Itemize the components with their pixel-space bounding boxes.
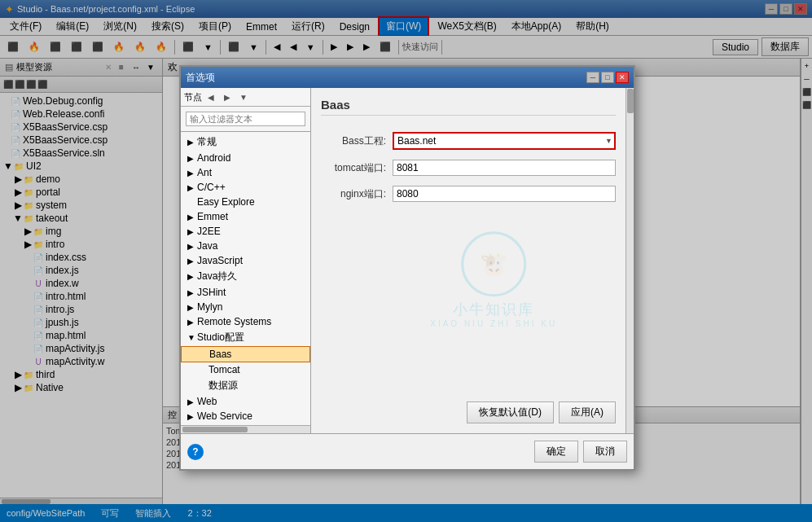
pref-item-datasource[interactable]: ▶ 数据源 [181,377,310,394]
dialog-bottom-bar: ? 确定 取消 [181,433,634,469]
expand-icon-java: ▶ [187,242,197,251]
tomcat-port-label: tomcat端口: [321,161,386,175]
watermark: 🐮 小牛知识库 XIAO NIU ZHI SHI KU [430,231,557,328]
pref-label-general: 常规 [197,135,217,149]
watermark-logo: 🐮 [461,231,526,296]
expand-icon-webservice: ▶ [187,412,197,421]
pref-label-studio: Studio配置 [197,331,244,344]
pref-item-remote[interactable]: ▶ Remote Systems [181,314,310,329]
pref-item-webservice[interactable]: ▶ Web Service [181,409,310,423]
dialog-left-header: 节点 ◀ ▶ ▼ [181,88,310,107]
pref-item-cpp[interactable]: ▶ C/C++ [181,180,310,195]
pref-item-j2ee[interactable]: ▶ J2EE [181,224,310,239]
pref-label-mylyn: Mylyn [197,301,222,313]
pref-label-java: Java [197,240,217,252]
dialog-nav-buttons: ◀ ▶ ▼ [204,90,251,104]
pref-label-webservice: Web Service [197,410,252,422]
expand-icon-remote: ▶ [187,318,197,327]
nav-back-btn[interactable]: ◀ [204,90,218,104]
baas-project-select-wrap: Baas.net [393,132,616,150]
dialog-action-buttons: 恢复默认值(D) 应用(A) [321,395,616,423]
expand-icon-emmet: ▶ [187,213,197,222]
restore-defaults-button[interactable]: 恢复默认值(D) [467,401,554,423]
dialog-title-buttons: ─ □ ✕ [586,72,629,83]
dialog-left-panel: 节点 ◀ ▶ ▼ ▶ 常规 [181,88,311,433]
pref-label-javascript: JavaScript [197,255,243,266]
pref-label-easyexplore: Easy Explore [197,196,255,208]
pref-label-cpp: C/C++ [197,182,226,193]
nginx-port-label: nginx端口: [321,187,386,201]
tomcat-port-input[interactable] [393,160,616,176]
baas-section-title: Baas [321,98,616,116]
dialog-section-label: 节点 [184,91,202,103]
expand-icon-jshint: ▶ [187,288,197,297]
pref-item-java[interactable]: ▶ Java [181,239,310,253]
pref-item-javascript[interactable]: ▶ JavaScript [181,253,310,268]
pref-label-emmet: Emmet [197,211,228,222]
pref-label-remote: Remote Systems [197,316,271,327]
expand-icon-studio: ▼ [187,333,197,342]
dialog-confirm-buttons: 确定 取消 [534,441,627,463]
dialog-overlay: 首选项 ─ □ ✕ 节点 ◀ ▶ ▼ [0,0,812,522]
pref-label-android: Android [197,152,230,164]
expand-icon-javapersist: ▶ [187,272,197,281]
watermark-text2: XIAO NIU ZHI SHI KU [430,319,557,328]
cancel-button[interactable]: 取消 [583,441,627,463]
form-row-tomcat-port: tomcat端口: [321,160,616,176]
apply-button[interactable]: 应用(A) [559,401,616,423]
pref-item-ant[interactable]: ▶ Ant [181,165,310,180]
expand-icon-android: ▶ [187,154,197,163]
dialog-right-scrollbar[interactable] [625,88,634,433]
expand-icon-web: ▶ [187,397,197,406]
expand-icon-ant: ▶ [187,169,197,178]
pref-label-datasource: 数据源 [208,379,238,393]
pref-item-tomcat[interactable]: ▶ Tomcat [181,362,310,377]
form-row-nginx-port: nginx端口: [321,186,616,202]
expand-icon-j2ee: ▶ [187,227,197,236]
pref-label-j2ee: J2EE [197,226,221,237]
preferences-dialog: 首选项 ─ □ ✕ 节点 ◀ ▶ ▼ [179,65,635,471]
expand-icon-cpp: ▶ [187,183,197,192]
pref-item-web[interactable]: ▶ Web [181,394,310,409]
nav-more-btn[interactable]: ▼ [236,90,251,104]
nginx-port-input[interactable] [393,186,616,202]
expand-icon-javascript: ▶ [187,257,197,265]
pref-item-emmet[interactable]: ▶ Emmet [181,209,310,224]
filter-area [181,107,310,132]
baas-project-select[interactable]: Baas.net [393,132,616,150]
watermark-text1: 小牛知识库 [430,300,557,319]
filter-input[interactable] [186,112,305,126]
dialog-right-panel: 🐮 小牛知识库 XIAO NIU ZHI SHI KU Baas Bass工程:… [311,88,625,433]
form-row-baas-project: Bass工程: Baas.net [321,132,616,150]
expand-icon-general: ▶ [187,138,197,147]
pref-label-tomcat: Tomcat [208,364,240,375]
baas-project-label: Bass工程: [321,134,386,148]
dialog-title-bar: 首选项 ─ □ ✕ [181,67,634,88]
pref-item-easyexplore[interactable]: ▶ Easy Explore [181,195,310,209]
pref-item-javapersist[interactable]: ▶ Java持久 [181,268,310,285]
pref-item-studio[interactable]: ▼ Studio配置 [181,329,310,346]
nav-fwd-btn[interactable]: ▶ [220,90,235,104]
pref-label-ant: Ant [197,167,212,178]
pref-label-baas: Baas [209,349,231,360]
confirm-button[interactable]: 确定 [534,441,578,463]
expand-icon-mylyn: ▶ [187,303,197,312]
pref-item-android[interactable]: ▶ Android [181,151,310,165]
pref-label-javapersist: Java持久 [197,270,237,283]
dialog-minimize-button[interactable]: ─ [586,72,599,83]
pref-item-mylyn[interactable]: ▶ Mylyn [181,300,310,314]
dialog-scroll-thumb[interactable] [182,427,248,432]
pref-item-baas[interactable]: ▶ Baas [181,346,310,362]
dialog-title-text: 首选项 [186,71,215,85]
pref-label-web: Web [197,396,217,407]
pref-item-jshint[interactable]: ▶ JSHint [181,285,310,300]
pref-item-general[interactable]: ▶ 常规 [181,134,310,151]
dialog-close-button[interactable]: ✕ [616,72,629,83]
dialog-body: 节点 ◀ ▶ ▼ ▶ 常规 [181,88,634,433]
pref-tree: ▶ 常规 ▶ Android ▶ Ant ▶ [181,132,310,425]
dialog-left-scrollbar[interactable] [181,425,310,433]
pref-label-jshint: JSHint [197,287,226,298]
help-button[interactable]: ? [187,444,204,460]
dialog-right-scroll-thumb[interactable] [627,89,634,113]
dialog-maximize-button[interactable]: □ [601,72,614,83]
